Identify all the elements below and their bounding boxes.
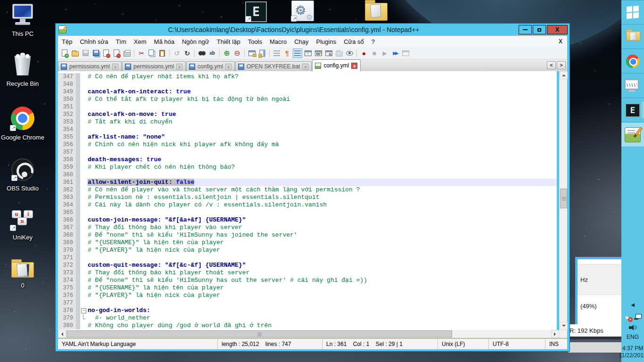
editor-line-370[interactable]: 370# "{PLAYER}" là hiện nick của player [58, 247, 557, 254]
function-list-icon[interactable] [303, 49, 313, 58]
tab-permissions-yml-1[interactable]: permissions.ymlx [58, 61, 122, 71]
indent-guide-icon[interactable] [293, 49, 302, 58]
editor-line-373[interactable]: 373# Thay đổi thông báo khi player thoát… [58, 269, 557, 277]
macro-stop-icon[interactable]: ■ [370, 49, 379, 58]
editor-line-366[interactable]: 366custom-join-message: "&f[&a+&f] {USER… [58, 216, 557, 224]
bookmark-margin[interactable] [76, 239, 80, 247]
save-all-icon[interactable] [91, 49, 100, 58]
close-all-icon[interactable]: − [112, 49, 121, 58]
word-wrap-icon[interactable] [272, 49, 281, 58]
bookmark-margin[interactable] [76, 314, 80, 322]
editor-line-350[interactable]: 350# Có thể tắt afk từ player khi bị tác… [58, 96, 557, 103]
scroll-left-icon[interactable] [58, 330, 66, 338]
scroll-down-icon[interactable] [560, 322, 568, 330]
bookmark-margin[interactable] [76, 254, 80, 262]
zoom-in-icon[interactable]: ⊕ [222, 49, 231, 58]
bookmark-margin[interactable] [76, 81, 80, 88]
macro-run-multiple-icon[interactable]: ▶▶ [390, 49, 400, 58]
bookmark-margin[interactable] [76, 141, 80, 148]
bookmark-margin[interactable] [76, 164, 80, 171]
menu-xem[interactable]: Xem [130, 37, 150, 47]
volume-icon[interactable]: )) [629, 324, 636, 331]
folder-workspace-icon[interactable] [334, 49, 344, 58]
editor-line-360[interactable]: 360 [58, 171, 557, 179]
menu-help[interactable]: ? [368, 37, 379, 47]
bookmark-margin[interactable] [76, 186, 80, 194]
editor-line-380[interactable]: 380# Không cho player dùng /god ở world … [58, 322, 557, 329]
bookmark-margin[interactable] [76, 224, 80, 231]
editor-line-363[interactable]: 363# Permission nè : essentials.silentjo… [58, 194, 557, 201]
paste-icon[interactable] [157, 49, 167, 58]
desktop-icon-this-pc[interactable]: This PC [0, 4, 45, 37]
tab-close-icon[interactable]: x [225, 64, 231, 70]
vertical-scroll-thumb[interactable] [560, 189, 567, 208]
bookmark-margin[interactable] [76, 216, 80, 224]
titlebar[interactable]: C:\Users\caokimlang\Desktop\FactionsDyic… [56, 24, 570, 36]
clock[interactable]: 4:37 PM 11/22/2019 [619, 345, 644, 359]
editor-line-354[interactable]: 354 [58, 126, 557, 133]
editor-line-369[interactable]: 369# "{USERNAME}" là hiện tên của player [58, 239, 557, 247]
status-encoding[interactable]: UTF-8 [489, 339, 545, 349]
editor-line-352[interactable]: 352cancel-afk-on-move: true [58, 111, 557, 118]
editor-line-379[interactable]: 379 #- world_nether [58, 314, 557, 322]
menu-cua-so[interactable]: Cửa sổ [340, 37, 368, 47]
desktop-icon-google-chrome[interactable]: ↗Google Chrome [0, 107, 45, 141]
editor-line-357[interactable]: 357 [58, 148, 557, 156]
editor-line-358[interactable]: 358death-messages: true [58, 156, 557, 164]
menu-tim[interactable]: Tìm [112, 37, 130, 47]
bookmark-margin[interactable] [76, 247, 80, 254]
bookmark-margin[interactable] [76, 103, 80, 111]
zoom-out-icon[interactable]: ⊖ [232, 49, 242, 58]
taskbar-file-explorer[interactable] [621, 25, 644, 49]
sync-vertical-icon[interactable] [247, 49, 256, 58]
bookmark-margin[interactable] [76, 179, 80, 186]
desktop-icon-unikey[interactable]: uin↗UniKey [0, 210, 45, 241]
horizontal-scrollbar[interactable] [58, 330, 559, 338]
menu-chinh-sua[interactable]: Chỉnh sửa [76, 37, 112, 47]
editor-line-356[interactable]: 356# Chỉnh có nên hiện nick khi player a… [58, 141, 557, 148]
tab-scroll-right-icon[interactable]: > [557, 61, 566, 69]
bookmark-margin[interactable] [76, 284, 80, 292]
bookmark-margin[interactable] [76, 88, 80, 96]
menu-tep[interactable]: Tệp [58, 37, 76, 47]
find-icon[interactable] [197, 49, 206, 58]
tab-close-icon[interactable]: x [351, 63, 357, 69]
taskbar-notepadpp[interactable] [621, 123, 644, 147]
undo-icon[interactable]: ↺ [172, 49, 182, 58]
open-file-icon[interactable] [70, 49, 80, 58]
monitoring-eye-icon[interactable] [345, 49, 354, 58]
bookmark-margin[interactable] [76, 231, 80, 239]
replace-icon[interactable]: ab [207, 49, 217, 58]
fold-collapse-icon[interactable] [80, 307, 87, 314]
scroll-up-icon[interactable] [560, 71, 568, 79]
editor-line-361[interactable]: 361allow-silent-join-quit: false [58, 179, 557, 186]
editor-line-362[interactable]: 362# Có nên để player vào và thoát serve… [58, 186, 557, 194]
tab-permissions-yml-2[interactable]: permissions.ymlx [122, 61, 186, 71]
editor-line-375[interactable]: 375# "{USERNAME}" là hiện tên của player [58, 284, 557, 292]
copy-icon[interactable] [147, 49, 157, 58]
bookmark-margin[interactable] [76, 156, 80, 164]
editor-line-372[interactable]: 372custom-quit-message: "&f[&c-&f] {USER… [58, 262, 557, 269]
editor-line-367[interactable]: 367# Thay đổi thông báo khi player vào s… [58, 224, 557, 231]
redo-icon[interactable]: ↻ [182, 49, 192, 58]
new-file-icon[interactable]: + [60, 49, 69, 58]
editor-line-349[interactable]: 349cancel-afk-on-interact: true [58, 88, 557, 96]
minimize-button[interactable] [519, 25, 532, 34]
desktop-icon-folder-0[interactable]: 0 [0, 259, 45, 289]
vertical-scrollbar[interactable] [559, 71, 567, 330]
menu-tools[interactable]: Tools [244, 37, 266, 47]
bookmark-margin[interactable] [76, 118, 80, 126]
menubar-close-icon[interactable]: X [554, 38, 567, 45]
menu-macro[interactable]: Macro [266, 37, 290, 47]
desktop-icon-folder[interactable] [355, 0, 400, 24]
editor-view[interactable]: 347# Có nên để player nhặt items khi họ … [58, 71, 557, 330]
bookmark-margin[interactable] [76, 201, 80, 209]
close-file-icon[interactable]: − [101, 49, 111, 58]
menu-plugins[interactable]: Plugins [313, 37, 340, 47]
show-hidden-icons-icon[interactable]: ◀ [631, 302, 635, 307]
editor-line-374[interactable]: 374# Để "none" thì sẽ kiểu 'HiImSunny ha… [58, 277, 557, 284]
editor-line-351[interactable]: 351 [58, 103, 557, 111]
editor-line-347[interactable]: 347# Có nên để player nhặt items khi họ … [58, 73, 557, 81]
desktop-icon-recycle-bin[interactable]: Recycle Bin [0, 53, 45, 87]
tab-config-yml-1[interactable]: config.ymlx [186, 61, 235, 71]
